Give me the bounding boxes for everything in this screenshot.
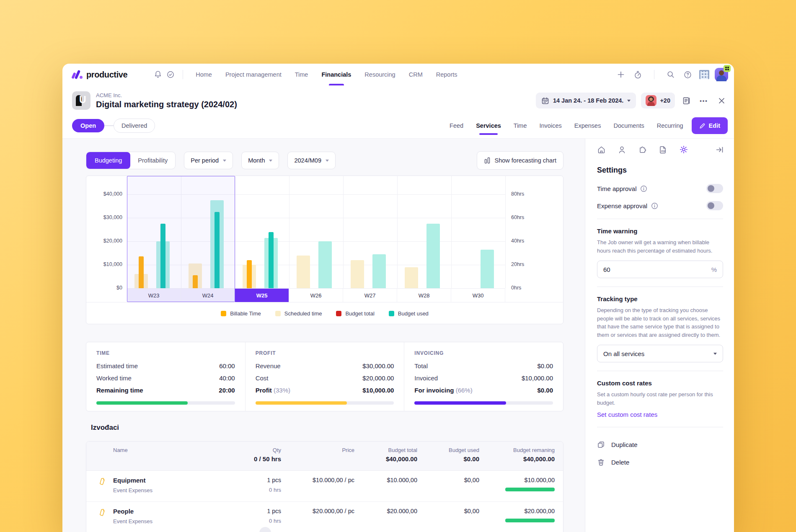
home-icon[interactable]	[597, 145, 606, 154]
tag-icon	[91, 502, 113, 532]
view-segmented-control: Budgeting Profitability	[86, 152, 176, 169]
chart-bar[interactable]	[351, 260, 364, 288]
nav-crm[interactable]: CRM	[409, 64, 423, 85]
duplicate-icon	[597, 441, 605, 449]
invoicing-panel: INVOICING Total$0.00 Invoiced$10,000.00 …	[404, 342, 563, 411]
chart-bar[interactable]	[318, 241, 332, 288]
time-warning-heading: Time warning	[597, 227, 723, 235]
notifications-bell-icon[interactable]	[152, 68, 164, 81]
legend-swatch	[389, 311, 394, 316]
nav-home[interactable]: Home	[196, 64, 212, 85]
tab-documents[interactable]: Documents	[613, 113, 644, 138]
date-range-picker[interactable]: 14 Jan 24. - 18 Feb 2024.	[536, 93, 636, 108]
time-approval-toggle[interactable]	[706, 184, 723, 193]
page-title: Digital marketing strategy (2024/02)	[96, 100, 237, 109]
expense-approval-row: Expense approval	[597, 201, 723, 210]
week-label-w26[interactable]: W26	[289, 289, 343, 302]
pdf-export-icon[interactable]: PDF	[659, 145, 667, 154]
tab-invoices[interactable]: Invoices	[540, 113, 562, 138]
budget-chart-card: $40,000$30,000$20,000$10,000$0 80hrs60hr…	[86, 176, 563, 324]
info-icon[interactable]	[640, 185, 647, 192]
profit-panel-heading: PROFIT	[256, 350, 394, 356]
people-icon[interactable]	[618, 145, 626, 154]
week-label-w25[interactable]: W25	[235, 289, 289, 302]
week-label-w27[interactable]: W27	[343, 289, 397, 302]
edit-button[interactable]: Edit	[692, 117, 728, 134]
settings-sidebar: PDF Settings Time approval	[585, 139, 734, 532]
week-label-w23[interactable]: W23	[127, 289, 181, 302]
profitability-tab[interactable]: Profitability	[130, 152, 175, 169]
granularity-dropdown[interactable]: Month	[241, 152, 279, 169]
duplicate-action[interactable]: Duplicate	[597, 436, 723, 453]
collapse-sidebar-icon[interactable]	[715, 145, 724, 154]
nav-financials[interactable]: Financials	[321, 64, 351, 85]
search-icon[interactable]	[664, 68, 677, 81]
project-header: U ACME Inc. Digital marketing strategy (…	[62, 85, 734, 113]
delete-action[interactable]: Delete	[597, 453, 723, 471]
integrations-puzzle-icon[interactable]	[638, 145, 647, 154]
table-row[interactable]: PeopleEvent Expenses 1 pcs0 hrs $20.000,…	[86, 502, 563, 532]
svg-text:PDF: PDF	[661, 150, 666, 152]
main-content: Budgeting Profitability Per period Month…	[62, 139, 585, 532]
main-nav: Home Project management Time Financials …	[196, 64, 457, 85]
activity-log-icon[interactable]	[680, 94, 693, 107]
legend-billable-time: Billable Time	[221, 310, 261, 317]
nav-resourcing[interactable]: Resourcing	[364, 64, 395, 85]
tracking-type-select[interactable]: On all services	[597, 345, 723, 362]
chart-bar[interactable]	[160, 224, 165, 288]
more-options-icon[interactable]: •••	[698, 94, 710, 107]
time-warning-input[interactable]: 60 %	[597, 261, 723, 278]
chart-bar[interactable]	[247, 260, 252, 288]
table-row[interactable]: EquipmentEvent Expenses 1 pcs0 hrs $10.0…	[86, 471, 563, 502]
status-delivered-pill[interactable]: Delivered	[114, 119, 155, 133]
help-icon[interactable]	[681, 68, 694, 81]
chevron-down-icon	[627, 100, 631, 102]
chart-bar[interactable]	[405, 267, 418, 288]
nav-reports[interactable]: Reports	[436, 64, 457, 85]
nav-time[interactable]: Time	[295, 64, 308, 85]
add-plus-icon[interactable]	[615, 68, 627, 81]
approvals-check-icon[interactable]	[164, 68, 177, 81]
chart-bar[interactable]	[297, 256, 310, 288]
tab-recurring[interactable]: Recurring	[657, 113, 683, 138]
per-period-dropdown[interactable]: Per period	[184, 152, 233, 169]
chart-bar[interactable]	[193, 275, 198, 288]
week-label-w24[interactable]: W24	[181, 289, 235, 302]
set-custom-cost-rates-link[interactable]: Set custom cost rates	[597, 411, 657, 418]
month-dropdown[interactable]: 2024/M09	[287, 152, 336, 169]
tab-feed[interactable]: Feed	[450, 113, 463, 138]
status-open-pill[interactable]: Open	[72, 119, 104, 132]
expense-approval-toggle[interactable]	[706, 201, 723, 210]
logo-text: productive	[86, 70, 127, 80]
show-forecasting-chart-button[interactable]: Show forecasting chart	[477, 151, 564, 170]
chart-bar[interactable]	[139, 256, 144, 288]
chart-plot[interactable]	[127, 176, 505, 288]
settings-gear-icon[interactable]	[679, 145, 688, 154]
status-connector	[104, 125, 114, 126]
info-icon[interactable]	[651, 202, 658, 209]
budgeting-tab[interactable]: Budgeting	[86, 152, 130, 169]
services-table: Name Qty0 / 50 hrs Price Budget total$40…	[86, 441, 563, 532]
nav-project-management[interactable]: Project management	[225, 64, 282, 85]
time-approval-row: Time approval	[597, 184, 723, 193]
chart-bar[interactable]	[215, 212, 220, 288]
timer-icon[interactable]	[631, 68, 644, 81]
close-icon[interactable]	[715, 94, 728, 107]
summary-card: TIME Estimated time60:00 Worked time40:0…	[86, 342, 563, 411]
tab-time[interactable]: Time	[514, 113, 527, 138]
chart-bar[interactable]	[481, 250, 494, 288]
chart-bar[interactable]	[269, 232, 274, 288]
calendar-icon	[541, 97, 549, 105]
percent-unit: %	[711, 266, 717, 273]
productive-logo[interactable]: productive	[72, 70, 127, 80]
week-label-w28[interactable]: W28	[397, 289, 451, 302]
tab-services[interactable]: Services	[476, 113, 501, 138]
tab-expenses[interactable]: Expenses	[574, 113, 601, 138]
chart-bar[interactable]	[426, 224, 440, 288]
chart-bar[interactable]	[372, 254, 386, 288]
organization-building-icon[interactable]	[698, 68, 711, 81]
team-members-button[interactable]: +20	[641, 93, 675, 108]
tracking-type-section: Tracking type Depending on the type of t…	[597, 295, 723, 362]
user-avatar[interactable]	[715, 68, 728, 81]
week-label-w30[interactable]: W30	[451, 289, 505, 302]
